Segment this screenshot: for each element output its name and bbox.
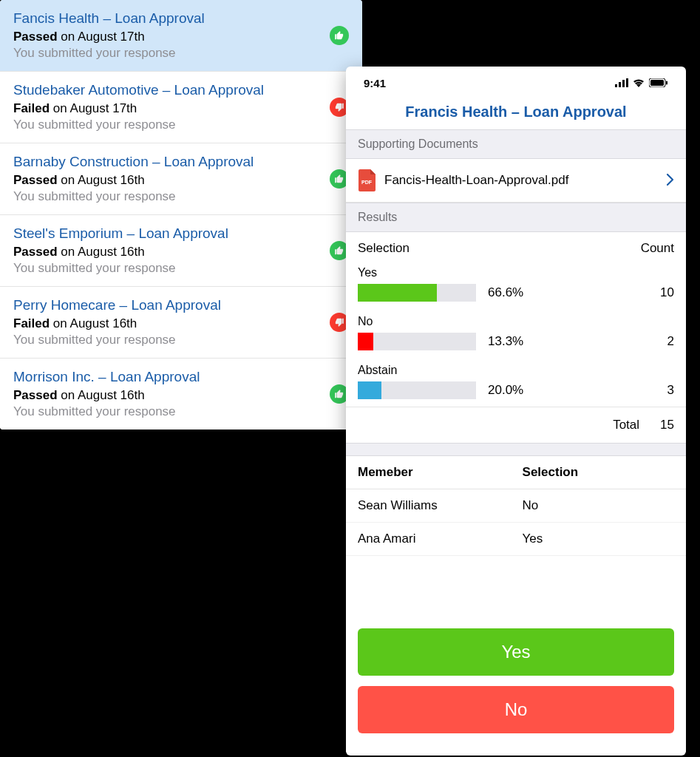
status-bar: 9:41 [346,67,686,99]
svg-rect-5 [650,80,664,86]
result-percent: 20.0% [488,383,640,398]
results-columns-header: Selection Count [346,232,686,260]
list-item[interactable]: Morrison Inc. – Loan ApprovalPassed on A… [0,359,362,430]
selection-column-label: Selection [358,241,410,256]
count-column-label: Count [641,241,674,256]
battery-icon [649,78,668,87]
list-item[interactable]: Fancis Health – Loan ApprovalPassed on A… [0,0,362,72]
list-item-status: Passed on August 16th [13,173,349,188]
svg-rect-2 [622,80,625,87]
results-header: Results [346,203,686,232]
list-item-title: Steel's Emporium – Loan Approval [13,225,349,242]
results-total-row: Total 15 [346,407,686,443]
result-count: 3 [652,383,674,398]
list-item[interactable]: Steel's Emporium – Loan ApprovalPassed o… [0,215,362,287]
page-title: Francis Health – Loan Approval [346,99,686,129]
list-item[interactable]: Barnaby Construction – Loan ApprovalPass… [0,143,362,215]
members-container: Sean WilliamsNoAna AmariYes [346,489,686,556]
list-item-status: Failed on August 17th [13,101,349,116]
result-count: 10 [652,285,674,300]
document-row[interactable]: PDF Fancis-Health-Loan-Approval.pdf [346,159,686,203]
list-item-title: Fancis Health – Loan Approval [13,10,349,27]
chevron-right-icon [667,172,674,189]
member-name: Sean Williams [358,498,523,513]
member-selection-column-label: Selection [523,465,579,480]
result-bar [358,333,476,350]
member-name: Ana Amari [358,532,523,546]
list-item-status: Passed on August 17th [13,30,349,44]
result-bar [358,284,476,302]
result-label: Abstain [358,364,674,377]
svg-rect-6 [666,81,667,85]
list-item-title: Barnaby Construction – Loan Approval [13,154,349,170]
result-label: No [358,315,674,328]
total-label: Total [613,418,639,432]
result-bar [358,381,476,399]
svg-rect-0 [615,84,617,87]
result-percent: 66.6% [488,285,640,300]
status-time: 9:41 [364,77,386,89]
list-item-subtext: You submitted your response [13,189,349,204]
member-row: Sean WilliamsNo [346,489,686,523]
section-divider [346,443,686,456]
phone-detail-panel: 9:41 Francis Health – Loan Approval Supp… [346,67,686,756]
result-label: Yes [358,266,674,279]
no-button[interactable]: No [358,686,674,733]
supporting-docs-header: Supporting Documents [346,129,686,159]
yes-button[interactable]: Yes [358,628,674,676]
results-container: Yes66.6%10No13.3%2Abstain20.0%3 [346,260,686,407]
list-item-status: Passed on August 16th [13,245,349,259]
thumbs-up-icon [330,26,349,45]
member-selection: Yes [523,532,543,546]
list-item-status: Failed on August 16th [13,316,349,331]
list-item-subtext: You submitted your response [13,261,349,276]
list-item-subtext: You submitted your response [13,404,349,419]
list-item-subtext: You submitted your response [13,118,349,132]
result-row: Abstain20.0%3 [346,358,686,407]
approval-list-panel: Fancis Health – Loan ApprovalPassed on A… [0,0,362,430]
wifi-icon [633,78,645,87]
list-item[interactable]: Perry Homecare – Loan ApprovalFailed on … [0,287,362,359]
list-item-subtext: You submitted your response [13,333,349,347]
signal-icon [615,78,628,87]
total-count: 15 [660,418,674,432]
pdf-icon: PDF [358,169,376,191]
member-column-label: Memeber [358,465,523,480]
result-row: No13.3%2 [346,309,686,358]
result-percent: 13.3% [488,334,640,349]
svg-rect-3 [626,78,628,87]
list-item-title: Perry Homecare – Loan Approval [13,297,349,313]
list-item-title: Morrison Inc. – Loan Approval [13,369,349,385]
member-selection: No [523,498,539,513]
member-row: Ana AmariYes [346,523,686,556]
list-item-status: Passed on August 16th [13,388,349,403]
members-header-row: Memeber Selection [346,456,686,489]
result-count: 2 [652,334,674,349]
svg-rect-1 [619,82,621,87]
list-item-subtext: You submitted your response [13,46,349,61]
vote-actions: Yes No [346,617,686,756]
document-name: Fancis-Health-Loan-Approval.pdf [384,173,658,188]
list-item[interactable]: Studebaker Automotive – Loan ApprovalFai… [0,72,362,143]
result-row: Yes66.6%10 [346,260,686,309]
svg-text:PDF: PDF [361,180,373,185]
status-indicators [615,78,668,87]
list-item-title: Studebaker Automotive – Loan Approval [13,82,349,98]
